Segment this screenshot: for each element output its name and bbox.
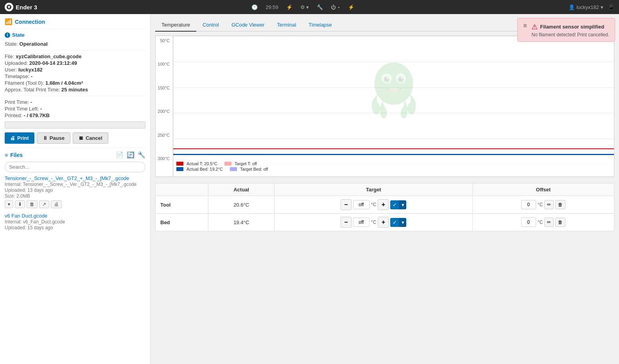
tab-gcode-viewer[interactable]: GCode Viewer bbox=[225, 19, 271, 32]
print-time-row: Print Time: - bbox=[5, 99, 145, 105]
alert-body: ⚠ Filament sensor simplified No filament… bbox=[531, 22, 609, 37]
settings-files-icon[interactable]: 🔧 bbox=[138, 151, 145, 159]
cancel-button[interactable]: ⏹ Cancel bbox=[73, 132, 108, 144]
brand-title: Ender 3 bbox=[16, 4, 37, 11]
bed-offset-cell: °C ✏ 🗑 bbox=[472, 214, 614, 231]
print-button[interactable]: 🖨 Print bbox=[5, 132, 34, 144]
bed-confirm-group: ✓ ▾ bbox=[390, 218, 406, 227]
settings-dropdown[interactable]: ⚙ ▾ bbox=[300, 4, 309, 10]
file-value: xyzCalibration_cube.gcode bbox=[16, 54, 81, 59]
tab-temperature[interactable]: Temperature bbox=[155, 19, 196, 32]
bed-offset-input[interactable] bbox=[521, 218, 536, 227]
file1-select-btn[interactable]: ▾ bbox=[5, 200, 13, 208]
approx-time-row: Approx. Total Print Time: 25 minutes bbox=[5, 87, 145, 93]
file2-name[interactable]: v6 Fan Duct.gcode bbox=[5, 213, 47, 219]
uploaded-label: Uploaded: bbox=[5, 60, 28, 66]
user-label: User: bbox=[5, 67, 17, 73]
new-file-icon[interactable]: 📄 bbox=[116, 151, 124, 159]
refresh-icon[interactable]: 🔄 bbox=[127, 151, 135, 159]
printed-row: Printed: - / 679.7KB bbox=[5, 112, 145, 118]
print-time-left-row: Print Time Left: - bbox=[5, 106, 145, 112]
power-dropdown[interactable]: ⏻ ▾ bbox=[331, 4, 340, 10]
tool-confirm-split-btn[interactable]: ▾ bbox=[399, 200, 406, 209]
user-icon: 👤 bbox=[569, 4, 575, 10]
file1-size: Size: 2.0MB bbox=[5, 193, 145, 199]
bed-target-input[interactable] bbox=[353, 218, 370, 227]
tool-target-plus-btn[interactable]: + bbox=[378, 199, 389, 210]
col-header-actual: Actual bbox=[208, 184, 275, 196]
user-dropdown[interactable]: 👤 luckyx182 ▾ bbox=[569, 4, 603, 10]
legend-row-2: Actual Bed: 19.2°C Target Bed: off bbox=[176, 167, 611, 171]
octo-watermark bbox=[355, 48, 433, 134]
table-row: Bed 19.4°C − °C + ✓ ▾ bbox=[156, 214, 614, 231]
bed-offset-delete-btn[interactable]: 🗑 bbox=[555, 218, 565, 227]
tab-control[interactable]: Control bbox=[196, 19, 225, 32]
pause-label: Pause bbox=[50, 135, 65, 141]
tool-confirm-btn[interactable]: ✓ bbox=[390, 200, 399, 209]
table-header-row: Actual Target Offset bbox=[156, 184, 614, 196]
pause-icon: ⏸ bbox=[43, 135, 48, 141]
cancel-icon: ⏹ bbox=[79, 135, 84, 141]
file1-move-btn[interactable]: ↗ bbox=[39, 200, 49, 208]
alert-message: No filament detected! Print cancelled. bbox=[531, 32, 609, 37]
col-header-offset: Offset bbox=[472, 184, 614, 196]
file2-uploaded: Uploaded: 15 days ago bbox=[5, 225, 145, 230]
list-icon: ≡ bbox=[5, 152, 8, 158]
print-time-label: Print Time: bbox=[5, 99, 29, 105]
approx-time-label: Approx. Total Print Time: bbox=[5, 87, 60, 93]
action-buttons: 🖨 Print ⏸ Pause ⏹ Cancel bbox=[5, 132, 145, 144]
filament-row: Filament (Tool 0): 1.68m / 4.04cm³ bbox=[5, 80, 145, 86]
file1-delete-btn[interactable]: 🗑 bbox=[27, 200, 38, 208]
state-prefix: State: bbox=[5, 41, 20, 47]
tab-terminal[interactable]: Terminal bbox=[271, 19, 302, 32]
bed-target-minus-btn[interactable]: − bbox=[341, 217, 352, 228]
bed-target-plus-btn[interactable]: + bbox=[378, 217, 389, 228]
y-200: 200°C bbox=[157, 109, 170, 114]
tool-offset-delete-btn[interactable]: 🗑 bbox=[555, 200, 565, 209]
tool-actual-value: 20.6°C bbox=[208, 196, 275, 214]
tool-confirm-group: ✓ ▾ bbox=[390, 200, 406, 209]
approx-time-value: 25 minutes bbox=[61, 87, 88, 93]
filament-label: Filament (Tool 0): bbox=[5, 80, 44, 86]
navbar-center: 🕐 29:59 ⚡ ⚙ ▾ 🔧 ⏻ ▾ ⚡ bbox=[43, 4, 562, 10]
y-300: 300°C bbox=[157, 156, 170, 161]
tool-offset-edit-btn[interactable]: ✏ bbox=[544, 200, 554, 209]
files-label: Files bbox=[10, 152, 23, 158]
bed-confirm-btn[interactable]: ✓ bbox=[390, 218, 399, 227]
tool-offset-input[interactable] bbox=[521, 200, 536, 209]
timelapse-label: Timelapse: bbox=[5, 73, 29, 79]
pause-button[interactable]: ⏸ Pause bbox=[37, 132, 70, 144]
bed-confirm-split-btn[interactable]: ▾ bbox=[399, 218, 406, 227]
state-label: State bbox=[12, 32, 25, 38]
user-row: User: luckyx182 bbox=[5, 67, 145, 73]
file2-internal: Internal: v6_Fan_Duct.gcode bbox=[5, 219, 145, 225]
actual-temp-line bbox=[173, 148, 614, 149]
mobile-icon[interactable]: 📱 bbox=[608, 4, 614, 10]
tool-target-controls: − °C + ✓ ▾ bbox=[279, 199, 467, 210]
tool-row-label: Tool bbox=[156, 196, 208, 214]
sidebar: 📶 Connection i State State: Operational … bbox=[0, 14, 151, 364]
file1-print-btn[interactable]: 🖨 bbox=[51, 200, 62, 208]
legend-actual-bed-label: Actual Bed: 19.2°C bbox=[187, 167, 223, 171]
lightning-icon: ⚡ bbox=[286, 4, 292, 10]
wrench-icon[interactable]: 🔧 bbox=[317, 4, 323, 10]
filament-value: 1.68m / 4.04cm³ bbox=[45, 80, 83, 86]
tool-target-cell: − °C + ✓ ▾ bbox=[275, 196, 472, 214]
file1-name[interactable]: Tensioner_-_Screw_-_Ver._GT2_+_M3_-_[Mk7… bbox=[5, 175, 129, 181]
file1-download-btn[interactable]: ⬇ bbox=[15, 200, 25, 208]
connection-link[interactable]: Connection bbox=[15, 19, 45, 25]
tool-target-minus-btn[interactable]: − bbox=[341, 199, 352, 210]
legend-target-t-label: Target T: off bbox=[235, 161, 257, 166]
tool-target-input[interactable] bbox=[353, 200, 370, 209]
bed-offset-edit-btn[interactable]: ✏ bbox=[544, 218, 554, 227]
table-row: Tool 20.6°C − °C + ✓ ▾ bbox=[156, 196, 614, 214]
state-section: i State State: Operational File: xyzCali… bbox=[5, 32, 145, 144]
timelapse-row: Timelapse: - bbox=[5, 73, 145, 79]
alert-menu-icon[interactable]: ≡ bbox=[523, 22, 527, 29]
printed-label: Printed: bbox=[5, 112, 22, 118]
print-time-value: - bbox=[31, 99, 32, 105]
search-input[interactable] bbox=[5, 162, 145, 172]
tab-timelapse[interactable]: Timelapse bbox=[302, 19, 338, 32]
main-layout: 📶 Connection i State State: Operational … bbox=[0, 14, 619, 364]
temperature-chart: 300°C 250°C 200°C 150°C 100°C 50°C bbox=[155, 36, 614, 177]
